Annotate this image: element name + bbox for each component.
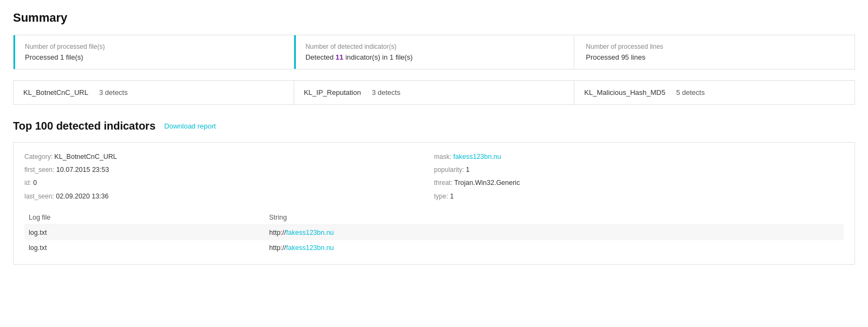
label-category: Category: [24,153,54,161]
detect-count-0: 3 detects [99,88,128,97]
detect-cell-0: KL_BotnetCnC_URL 3 detects [14,81,294,104]
field-id: id: 0 [24,177,434,188]
label-popularity: popularity: [434,166,464,174]
detect-name-1: KL_IP_Reputation [304,88,361,97]
value-last-seen: 02.09.2020 13:36 [56,193,108,200]
indicator-right: mask: fakess123bn.nu popularity: 1 threa… [434,151,844,204]
cell-log-file: log.txt [24,240,265,255]
cell-string: http://fakess123bn.nu [265,225,844,240]
indicators-prefix: Detected [306,53,336,61]
string-link[interactable]: fakess123bn.nu [286,244,334,252]
indicator-table: Log file String log.txthttp://fakess123b… [24,210,844,255]
value-category: KL_BotnetCnC_URL [54,153,116,161]
table-body: log.txthttp://fakess123bn.nulog.txthttp:… [24,225,844,255]
cell-log-file: log.txt [24,225,265,240]
field-category: Category: KL_BotnetCnC_URL [24,151,434,162]
summary-card-lines: Number of processed lines Processed 95 l… [574,35,854,69]
card-label-lines: Number of processed lines [586,43,845,50]
download-report-link[interactable]: Download report [164,122,216,130]
detect-name-0: KL_BotnetCnC_URL [23,88,88,97]
indicators-suffix: indicator(s) in 1 file(s) [344,53,413,61]
detect-cell-2: KL_Malicious_Hash_MD5 5 detects [574,81,854,104]
value-type: 1 [450,193,454,200]
label-last-seen: last_seen: [24,193,54,200]
field-mask: mask: fakess123bn.nu [434,151,844,162]
label-first-seen: first_seen: [24,166,54,174]
detect-cell-1: KL_IP_Reputation 3 detects [294,81,575,104]
cell-string: http://fakess123bn.nu [265,240,844,255]
summary-card-files: Number of processed file(s) Processed 1 … [14,35,294,69]
value-threat: Trojan.Win32.Generic [454,179,520,187]
indicators-number: 11 [335,53,343,61]
field-type: type: 1 [434,191,844,202]
col-log-file: Log file [24,210,265,225]
card-value-lines: Processed 95 lines [586,53,845,61]
detect-count-1: 3 detects [372,88,400,97]
field-threat: threat: Trojan.Win32.Generic [434,177,844,188]
detects-row: KL_BotnetCnC_URL 3 detects KL_IP_Reputat… [13,80,855,105]
page-title: Summary [13,11,855,25]
table-head: Log file String [24,210,844,225]
value-popularity: 1 [466,166,470,174]
indicator-top: Category: KL_BotnetCnC_URL first_seen: 1… [24,151,844,204]
section-title: Top 100 detected indicators [13,120,156,132]
summary-card-indicators: Number of detected indicator(s) Detected… [294,35,575,69]
table-header-row: Log file String [24,210,844,225]
label-mask: mask: [434,153,451,161]
indicator-card: Category: KL_BotnetCnC_URL first_seen: 1… [13,142,855,265]
label-threat: threat: [434,179,452,187]
table-row: log.txthttp://fakess123bn.nu [24,225,844,240]
card-label-indicators: Number of detected indicator(s) [306,43,565,50]
card-value-files: Processed 1 file(s) [25,53,284,61]
detect-name-2: KL_Malicious_Hash_MD5 [584,88,665,97]
field-first-seen: first_seen: 10.07.2015 23:53 [24,164,434,175]
label-type: type: [434,193,448,200]
section-header: Top 100 detected indicators Download rep… [13,120,855,132]
detect-count-2: 5 detects [676,88,705,97]
card-label-files: Number of processed file(s) [25,43,284,50]
field-last-seen: last_seen: 02.09.2020 13:36 [24,191,434,202]
value-id: 0 [33,179,37,187]
label-id: id: [24,179,31,187]
string-link[interactable]: fakess123bn.nu [286,229,334,236]
card-value-indicators: Detected 11 indicator(s) in 1 file(s) [306,53,565,61]
col-string: String [265,210,844,225]
summary-cards: Number of processed file(s) Processed 1 … [13,35,855,69]
indicator-left: Category: KL_BotnetCnC_URL first_seen: 1… [24,151,434,204]
value-first-seen: 10.07.2015 23:53 [56,166,109,174]
value-mask-link[interactable]: fakess123bn.nu [454,153,501,161]
field-popularity: popularity: 1 [434,164,844,175]
table-row: log.txthttp://fakess123bn.nu [24,240,844,255]
